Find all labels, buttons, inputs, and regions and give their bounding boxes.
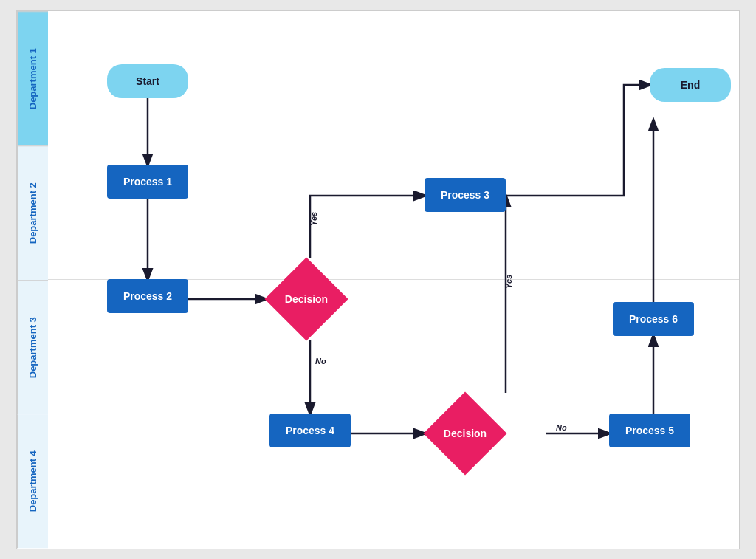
no-label-1: No [315, 357, 326, 366]
dept3-label: Department 3 [17, 280, 48, 414]
dept4-label: Department 4 [17, 414, 48, 548]
dept2-label: Department 2 [17, 145, 48, 280]
process4-node: Process 4 [269, 414, 351, 447]
end-node: End [650, 68, 731, 102]
start-node: Start [107, 64, 188, 98]
decision1-node: Decision [266, 258, 347, 340]
process1-node: Process 1 [107, 165, 188, 199]
process3-node: Process 3 [425, 178, 506, 212]
decision2-node: Decision [425, 393, 506, 474]
diagram-content: Yes No Yes No Start End Process 1 Proces… [48, 11, 739, 549]
process5-node: Process 5 [609, 414, 690, 447]
no-label-2: No [556, 423, 567, 432]
swim-lane-labels: Department 1 Department 2 Department 3 D… [17, 11, 48, 549]
yes-label-1: Yes [309, 211, 318, 225]
yes-label-2: Yes [504, 274, 513, 288]
process2-node: Process 2 [107, 279, 188, 313]
process6-node: Process 6 [613, 302, 694, 336]
flowchart-diagram: Department 1 Department 2 Department 3 D… [16, 10, 740, 549]
dept1-label: Department 1 [17, 11, 48, 145]
